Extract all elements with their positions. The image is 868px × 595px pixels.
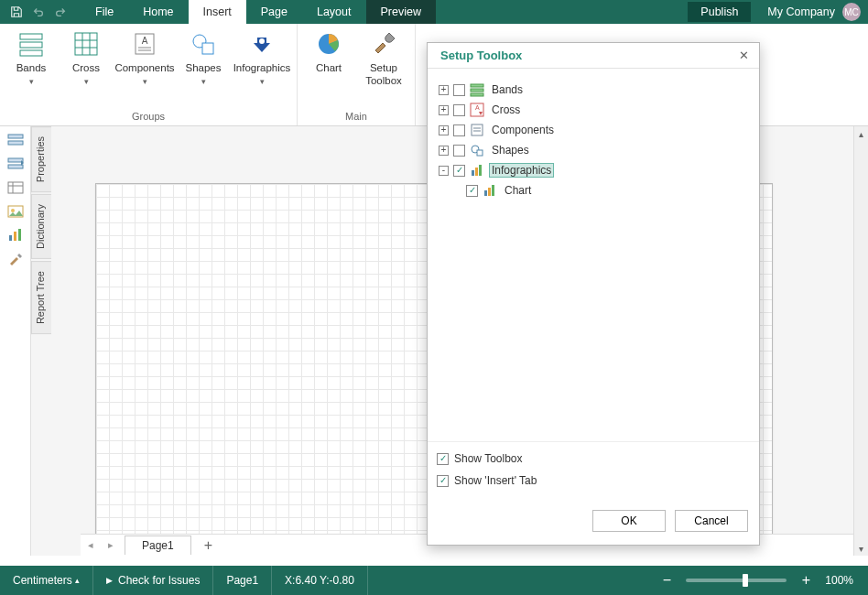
- topbar-right: Publish My Company MC: [688, 0, 868, 24]
- tree-chart[interactable]: Chart: [437, 180, 750, 200]
- tree-label: Shapes: [489, 143, 532, 157]
- checkbox[interactable]: [453, 84, 465, 96]
- zoom-value[interactable]: 100%: [825, 574, 853, 587]
- side-tab-dictionary[interactable]: Dictionary: [31, 194, 51, 259]
- menu-insert[interactable]: Insert: [189, 0, 246, 24]
- ribbon-setup-toolbox[interactable]: Setup Toolbox: [356, 26, 411, 108]
- vtool-item-1[interactable]: [6, 132, 25, 148]
- dialog-body: + Bands + A Cross + Components + Shapes …: [428, 69, 759, 441]
- publish-button[interactable]: Publish: [688, 2, 751, 22]
- bands-icon: [16, 29, 46, 59]
- expand-icon[interactable]: +: [439, 105, 449, 115]
- redo-icon[interactable]: [49, 0, 71, 24]
- cross-icon: A: [470, 103, 484, 117]
- svg-rect-18: [8, 158, 23, 162]
- svg-rect-31: [471, 93, 483, 96]
- undo-icon[interactable]: [27, 0, 49, 24]
- menu-page[interactable]: Page: [246, 0, 302, 24]
- page-tab[interactable]: Page1: [125, 536, 191, 555]
- zoom-handle[interactable]: [743, 574, 748, 587]
- page-prev-icon[interactable]: ◂: [81, 539, 101, 551]
- avatar[interactable]: MC: [842, 3, 861, 21]
- status-check-label: Check for Issues: [118, 574, 200, 587]
- checkbox[interactable]: [453, 145, 465, 157]
- chevron-down-icon: ▾: [201, 77, 206, 86]
- ribbon-chart[interactable]: Chart: [301, 26, 356, 108]
- status-units[interactable]: Centimeters ▴: [0, 566, 93, 595]
- save-icon[interactable]: [5, 0, 27, 24]
- opt-show-toolbox[interactable]: Show Toolbox: [437, 448, 750, 470]
- company-label[interactable]: My Company: [767, 5, 835, 18]
- zoom-slider[interactable]: [686, 579, 787, 582]
- expand-icon[interactable]: +: [439, 85, 449, 95]
- scroll-down-icon[interactable]: ▾: [854, 541, 868, 556]
- dialog-header[interactable]: Setup Toolbox ✕: [428, 43, 759, 69]
- checkbox[interactable]: [453, 124, 465, 136]
- add-page-icon[interactable]: +: [204, 537, 212, 554]
- close-icon[interactable]: ✕: [735, 48, 752, 64]
- vertical-toolbox: [0, 126, 31, 556]
- tree-label: Chart: [502, 183, 534, 198]
- vtool-item-5[interactable]: [6, 227, 25, 243]
- opt-label: Show Toolbox: [454, 452, 523, 465]
- dialog-options: Show Toolbox Show 'Insert' Tab: [428, 441, 759, 501]
- tree-shapes[interactable]: + Shapes: [437, 140, 750, 160]
- tree-cross[interactable]: + A Cross: [437, 100, 750, 120]
- menu-file[interactable]: File: [81, 0, 128, 24]
- status-units-label: Centimeters: [13, 574, 72, 587]
- expand-icon[interactable]: +: [439, 125, 449, 135]
- svg-rect-3: [75, 33, 97, 55]
- status-check[interactable]: ▶Check for Issues: [93, 566, 213, 595]
- tree-components[interactable]: + Components: [437, 120, 750, 140]
- checkbox[interactable]: [466, 185, 478, 197]
- ribbon-bands[interactable]: Bands ▾: [4, 26, 59, 108]
- checkbox[interactable]: [453, 165, 465, 177]
- ribbon-cross[interactable]: Cross ▾: [59, 26, 114, 108]
- infographics-icon: [470, 163, 484, 178]
- expand-icon[interactable]: +: [439, 146, 449, 156]
- status-bar: Centimeters ▴ ▶Check for Issues Page1 X:…: [0, 566, 868, 595]
- ribbon-chart-label: Chart: [316, 62, 342, 75]
- quick-access-toolbar: [0, 0, 71, 24]
- zoom-out-button[interactable]: −: [658, 572, 675, 589]
- menu-home[interactable]: Home: [128, 0, 188, 24]
- main-menu: File Home Insert Page Layout Preview: [81, 0, 436, 24]
- chevron-down-icon: ▾: [260, 77, 265, 86]
- chevron-up-icon: ▴: [75, 576, 80, 585]
- ribbon-infographics[interactable]: Infographics ▾: [231, 26, 293, 108]
- ribbon-bands-label: Bands: [16, 62, 47, 75]
- ribbon-group-main: Chart Setup Toolbox Main: [298, 24, 416, 125]
- collapse-icon[interactable]: -: [439, 166, 449, 176]
- vtool-item-4[interactable]: [6, 203, 25, 220]
- ok-button[interactable]: OK: [592, 510, 666, 532]
- page-next-icon[interactable]: ▸: [101, 539, 121, 551]
- side-tab-properties[interactable]: Properties: [31, 126, 51, 192]
- svg-rect-43: [484, 190, 487, 196]
- opt-show-insert-tab[interactable]: Show 'Insert' Tab: [437, 470, 750, 492]
- ribbon-shapes[interactable]: Shapes ▾: [176, 26, 231, 108]
- checkbox[interactable]: [437, 475, 449, 487]
- tree-infographics[interactable]: - Infographics: [437, 160, 750, 180]
- svg-rect-27: [14, 232, 16, 241]
- ribbon-cross-label: Cross: [72, 62, 100, 75]
- side-tab-report-tree[interactable]: Report Tree: [31, 261, 51, 334]
- scroll-up-icon[interactable]: ▴: [854, 126, 868, 141]
- vtool-item-2[interactable]: [6, 156, 25, 172]
- cancel-button[interactable]: Cancel: [675, 510, 748, 532]
- chart-icon: [483, 183, 497, 198]
- vtool-item-3[interactable]: [6, 179, 25, 196]
- shapes-icon: [189, 29, 218, 59]
- menu-preview[interactable]: Preview: [366, 0, 436, 24]
- side-tabs: Properties Dictionary Report Tree: [31, 126, 51, 556]
- infographics-icon: [247, 29, 277, 59]
- vertical-scrollbar[interactable]: ▴ ▾: [853, 126, 868, 556]
- checkbox[interactable]: [453, 104, 465, 116]
- ribbon-group-label-groups: Groups: [0, 108, 297, 125]
- menu-layout[interactable]: Layout: [302, 0, 366, 24]
- zoom-in-button[interactable]: +: [797, 572, 814, 589]
- tree-bands[interactable]: + Bands: [437, 80, 750, 100]
- vtool-item-6[interactable]: [6, 251, 25, 267]
- ribbon-components[interactable]: A Components ▾: [114, 26, 176, 108]
- svg-rect-28: [18, 229, 21, 241]
- checkbox[interactable]: [437, 453, 449, 465]
